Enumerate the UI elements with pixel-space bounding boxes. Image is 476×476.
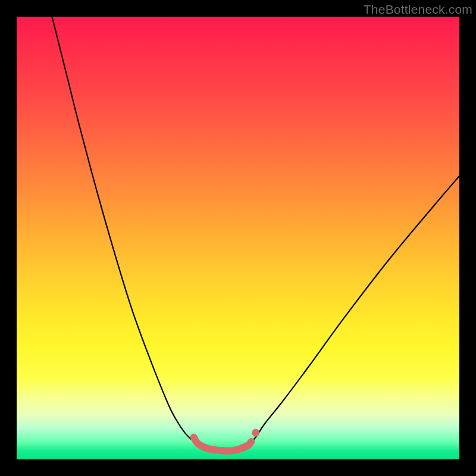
highlighted-segment <box>194 437 252 451</box>
curve-left-branch <box>52 17 199 446</box>
plot-area <box>17 17 459 459</box>
chart-frame: TheBottleneck.com <box>0 0 476 476</box>
highlighted-dot <box>252 429 259 437</box>
watermark-text: TheBottleneck.com <box>364 2 472 17</box>
curve-svg <box>17 17 459 459</box>
curve-right-branch <box>247 176 459 446</box>
